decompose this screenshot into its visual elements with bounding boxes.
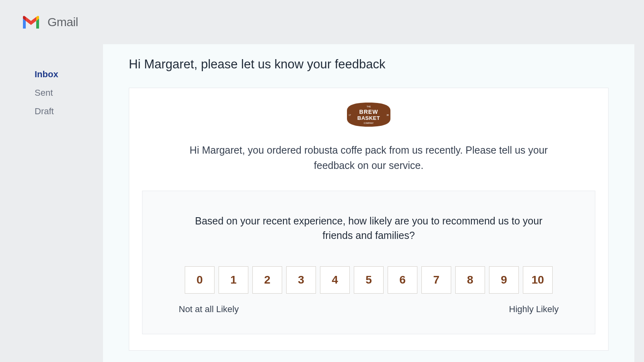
gmail-logo[interactable]: Gmail (22, 15, 78, 29)
nps-option-1[interactable]: 1 (219, 266, 248, 294)
nps-options-row: 0 1 2 3 4 5 6 7 8 9 10 (162, 266, 576, 294)
nps-low-label: Not at all Likely (179, 304, 239, 315)
content-area: Inbox Sent Draft Hi Margaret, please let… (0, 44, 644, 362)
brand-logo: THE BREW BASKET COMPANY 17 38 (142, 99, 595, 130)
email-body: THE BREW BASKET COMPANY 17 38 Hi Margare… (129, 88, 609, 351)
nps-option-2[interactable]: 2 (252, 266, 282, 294)
nps-option-10[interactable]: 10 (523, 266, 553, 294)
nps-survey: Based on your recent experience, how lik… (142, 191, 595, 334)
svg-text:38: 38 (386, 114, 389, 116)
nps-option-7[interactable]: 7 (421, 266, 451, 294)
app-name: Gmail (47, 15, 78, 29)
email-intro-text: Hi Margaret, you ordered robusta coffe p… (173, 143, 564, 173)
brew-basket-badge-icon: THE BREW BASKET COMPANY 17 38 (343, 99, 394, 130)
email-viewer: Hi Margaret, please let us know your fee… (103, 44, 634, 362)
sidebar-item-sent[interactable]: Sent (35, 84, 103, 102)
svg-text:17: 17 (349, 114, 351, 116)
nps-option-5[interactable]: 5 (354, 266, 384, 294)
gmail-icon (22, 15, 40, 29)
nps-option-8[interactable]: 8 (455, 266, 485, 294)
svg-text:BASKET: BASKET (357, 115, 380, 121)
sidebar-item-inbox[interactable]: Inbox (35, 65, 103, 84)
email-subject: Hi Margaret, please let us know your fee… (129, 57, 609, 72)
svg-text:THE: THE (367, 105, 371, 108)
app-header: Gmail (0, 0, 644, 44)
nps-option-3[interactable]: 3 (286, 266, 316, 294)
sidebar-item-draft[interactable]: Draft (35, 102, 103, 121)
nps-option-9[interactable]: 9 (489, 266, 519, 294)
nps-high-label: Highly Likely (509, 304, 559, 315)
nps-option-0[interactable]: 0 (185, 266, 215, 294)
app-window: Gmail Inbox Sent Draft Hi Margaret, plea… (0, 0, 644, 362)
nps-option-6[interactable]: 6 (388, 266, 417, 294)
svg-text:COMPANY: COMPANY (364, 122, 374, 124)
survey-question: Based on your recent experience, how lik… (192, 214, 546, 243)
nps-option-4[interactable]: 4 (320, 266, 350, 294)
svg-text:BREW: BREW (359, 109, 378, 115)
sidebar: Inbox Sent Draft (0, 44, 103, 362)
nps-scale-labels: Not at all Likely Highly Likely (162, 304, 576, 315)
